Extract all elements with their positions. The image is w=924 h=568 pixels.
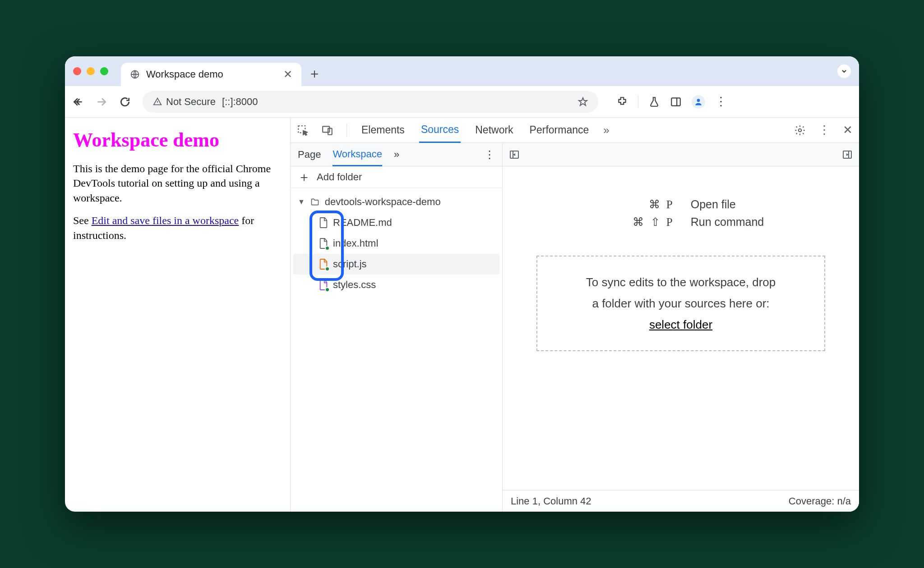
sources-navigator: Page Workspace » ⋮ ＋ Add folder ▼: [291, 143, 503, 512]
tree-file-script[interactable]: script.js: [293, 254, 499, 275]
minimize-window-button[interactable]: [87, 67, 95, 75]
svg-point-6: [799, 128, 802, 132]
file-icon: [319, 217, 328, 229]
file-js-icon: [319, 258, 328, 270]
file-label: script.js: [333, 258, 367, 270]
divider: [346, 124, 347, 137]
tree-file-readme[interactable]: README.md: [293, 212, 499, 233]
tab-elements[interactable]: Elements: [360, 118, 407, 142]
page-heading: Workspace demo: [73, 128, 282, 151]
mapped-indicator: [325, 287, 330, 292]
labs-button[interactable]: [648, 96, 660, 108]
more-subtabs-button[interactable]: »: [394, 149, 399, 160]
run-command-keys: ⌘ ⇧ P: [598, 215, 675, 229]
mapped-indicator: [325, 266, 330, 271]
folder-icon: [310, 197, 320, 206]
run-command-label: Run command: [691, 215, 764, 229]
side-panel-button[interactable]: [670, 96, 682, 108]
maximize-window-button[interactable]: [100, 67, 108, 75]
add-folder-button[interactable]: ＋ Add folder: [291, 166, 502, 188]
devtools-settings-button[interactable]: [794, 124, 806, 136]
chrome-menu-button[interactable]: ⋮: [715, 95, 727, 109]
tab-title: Workspace demo: [146, 69, 223, 80]
address-bar[interactable]: Not Secure [::]:8000: [143, 91, 598, 113]
navigator-tabstrip: Page Workspace » ⋮: [291, 143, 502, 166]
titlebar: Workspace demo ✕ ＋: [65, 56, 859, 86]
tree-file-styles[interactable]: styles.css: [293, 275, 499, 295]
cursor-position: Line 1, Column 42: [511, 495, 591, 507]
subtab-page[interactable]: Page: [298, 149, 321, 160]
workspace-dropzone[interactable]: To sync edits to the workspace, drop a f…: [536, 256, 825, 351]
open-file-keys: ⌘ P: [598, 198, 675, 211]
page-paragraph-1: This is the demo page for the official C…: [73, 161, 282, 205]
content-area: Workspace demo This is the demo page for…: [65, 118, 859, 512]
window-controls: [73, 67, 108, 75]
globe-icon: [130, 69, 140, 79]
tab-performance[interactable]: Performance: [528, 118, 591, 142]
forward-button[interactable]: [96, 96, 111, 108]
navigator-menu-button[interactable]: ⋮: [484, 148, 495, 161]
bookmark-button[interactable]: [578, 96, 588, 107]
browser-window: Workspace demo ✕ ＋ Not Secure [::]:8000: [65, 56, 859, 512]
subtab-workspace[interactable]: Workspace: [333, 148, 382, 166]
back-button[interactable]: [72, 96, 88, 108]
inspect-element-button[interactable]: [297, 124, 309, 136]
tree-folder-root[interactable]: ▼ devtools-workspace-demo: [293, 192, 499, 212]
browser-tab[interactable]: Workspace demo ✕: [121, 63, 301, 86]
show-debugger-button[interactable]: [842, 149, 853, 160]
sources-editor: ⌘ P Open file ⌘ ⇧ P Run command To sync …: [503, 143, 859, 512]
select-folder-link[interactable]: select folder: [649, 318, 712, 331]
browser-toolbar: Not Secure [::]:8000 ⋮: [65, 86, 859, 118]
more-tabs-button[interactable]: »: [603, 124, 609, 137]
close-tab-button[interactable]: ✕: [283, 68, 292, 81]
device-toolbar-button[interactable]: [321, 124, 334, 136]
devtools-close-button[interactable]: ✕: [843, 123, 853, 137]
editor-toolbar: [503, 143, 859, 166]
toolbar-divider: [638, 96, 638, 108]
show-navigator-button[interactable]: [509, 149, 520, 160]
url-text: [::]:8000: [222, 96, 258, 108]
editor-placeholder: ⌘ P Open file ⌘ ⇧ P Run command To sync …: [503, 166, 859, 490]
tab-search-button[interactable]: [837, 64, 851, 78]
file-tree: ▼ devtools-workspace-demo README.md: [291, 188, 502, 299]
file-label: styles.css: [333, 279, 376, 291]
tab-network[interactable]: Network: [473, 118, 515, 142]
tab-sources[interactable]: Sources: [419, 118, 461, 143]
profile-button[interactable]: [692, 95, 705, 109]
file-html-icon: [319, 238, 328, 249]
tree-file-index[interactable]: index.html: [293, 233, 499, 254]
devtools-menu-button[interactable]: ⋮: [818, 123, 830, 137]
rendered-page: Workspace demo This is the demo page for…: [65, 118, 291, 512]
svg-point-2: [697, 99, 700, 102]
file-label: index.html: [333, 238, 378, 249]
chevron-down-icon: ▼: [298, 198, 305, 206]
svg-rect-1: [671, 98, 680, 105]
close-window-button[interactable]: [73, 67, 81, 75]
coverage-status: Coverage: n/a: [789, 495, 851, 507]
reload-button[interactable]: [119, 96, 134, 108]
mapped-indicator: [325, 246, 330, 251]
workspace-docs-link[interactable]: Edit and save files in a workspace: [92, 215, 239, 226]
file-label: README.md: [333, 217, 392, 229]
security-chip[interactable]: Not Secure: [152, 96, 216, 108]
folder-label: devtools-workspace-demo: [325, 196, 441, 208]
extensions-button[interactable]: [616, 96, 628, 108]
toolbar-right: ⋮: [616, 95, 727, 109]
editor-statusbar: Line 1, Column 42 Coverage: n/a: [503, 490, 859, 512]
devtools-tabstrip: Elements Sources Network Performance » ⋮…: [291, 118, 859, 143]
open-file-label: Open file: [691, 198, 736, 211]
not-secure-label: Not Secure: [166, 96, 216, 108]
new-tab-button[interactable]: ＋: [306, 64, 323, 83]
shortcuts-hint: ⌘ P Open file ⌘ ⇧ P Run command: [598, 193, 764, 233]
devtools-panel: Elements Sources Network Performance » ⋮…: [291, 118, 859, 512]
devtools-body: Page Workspace » ⋮ ＋ Add folder ▼: [291, 143, 859, 512]
file-css-icon: [319, 279, 328, 291]
page-paragraph-2: See Edit and save files in a workspace f…: [73, 213, 282, 243]
